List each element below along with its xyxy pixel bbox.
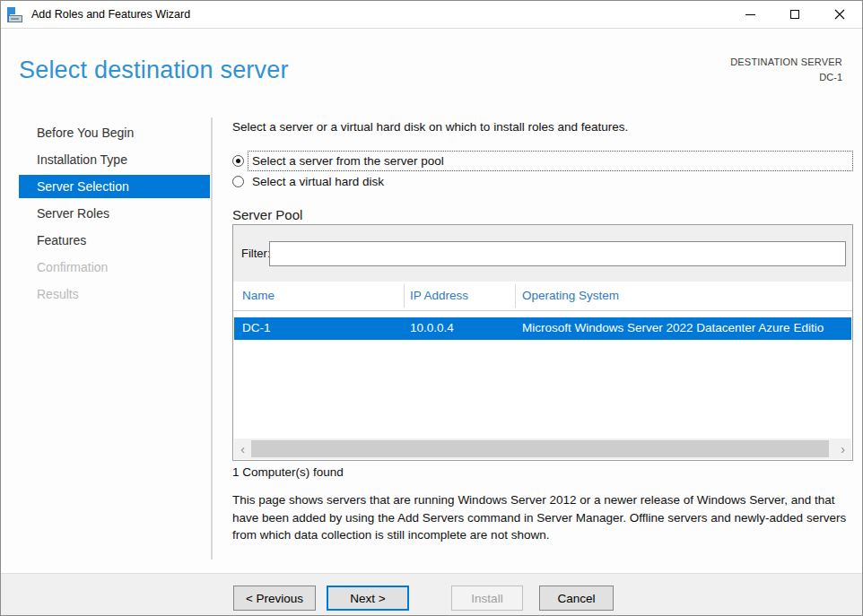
filter-label: Filter: bbox=[241, 247, 271, 260]
sidebar-divider bbox=[211, 117, 213, 560]
column-header-operating-system[interactable]: Operating System bbox=[522, 289, 619, 302]
window-title: Add Roles and Features Wizard bbox=[31, 8, 190, 21]
wizard-steps-sidebar: Before You Begin Installation Type Serve… bbox=[19, 119, 210, 308]
sidebar-item-server-roles[interactable]: Server Roles bbox=[19, 200, 210, 227]
column-header-ip-address[interactable]: IP Address bbox=[410, 289, 468, 302]
minimize-icon bbox=[745, 14, 755, 15]
minimize-button[interactable] bbox=[728, 1, 772, 28]
page-title: Select destination server bbox=[19, 56, 289, 84]
radio-selected-icon bbox=[232, 155, 244, 167]
next-button[interactable]: Next > bbox=[327, 586, 409, 611]
scroll-left-arrow-icon[interactable]: ‹ bbox=[234, 438, 251, 459]
server-pool-panel: Filter: Name IP Address Operating System… bbox=[232, 224, 853, 461]
destination-server-value: DC-1 bbox=[730, 70, 842, 85]
filter-strip: Filter: bbox=[233, 225, 852, 282]
close-button[interactable] bbox=[817, 1, 862, 28]
page-header: Select destination server DESTINATION SE… bbox=[1, 30, 862, 107]
instruction-text: Select a server or a virtual hard disk o… bbox=[232, 120, 628, 134]
scrollbar-thumb[interactable] bbox=[251, 440, 829, 457]
destination-server-label: DESTINATION SERVER bbox=[730, 55, 842, 70]
close-icon bbox=[834, 9, 845, 20]
radio-select-from-server-pool[interactable]: Select a server from the server pool bbox=[232, 151, 853, 171]
server-table-header: Name IP Address Operating System bbox=[233, 282, 852, 311]
destination-server-block: DESTINATION SERVER DC-1 bbox=[730, 55, 842, 85]
radio-server-pool-label: Select a server from the server pool bbox=[252, 154, 444, 168]
button-bar: < Previous Next > Install Cancel bbox=[1, 573, 862, 615]
radio-select-virtual-hard-disk[interactable]: Select a virtual hard disk bbox=[232, 175, 853, 188]
server-manager-icon bbox=[7, 7, 23, 22]
maximize-button[interactable] bbox=[772, 1, 817, 28]
previous-button[interactable]: < Previous bbox=[233, 586, 316, 611]
maximize-icon bbox=[790, 10, 799, 19]
sidebar-item-installation-type[interactable]: Installation Type bbox=[19, 146, 210, 173]
cancel-button[interactable]: Cancel bbox=[539, 586, 614, 611]
sidebar-item-results: Results bbox=[19, 281, 210, 308]
sidebar-item-features[interactable]: Features bbox=[19, 227, 210, 254]
install-button: Install bbox=[451, 586, 523, 611]
cell-operating-system: Microsoft Windows Server 2022 Datacenter… bbox=[522, 321, 851, 334]
radio-vhd-label: Select a virtual hard disk bbox=[252, 175, 384, 188]
radio-unselected-icon bbox=[232, 176, 244, 187]
title-bar: Add Roles and Features Wizard bbox=[1, 1, 862, 29]
server-pool-title: Server Pool bbox=[232, 207, 302, 222]
cell-ip-address: 10.0.0.4 bbox=[410, 321, 454, 334]
page-description: This page shows servers that are running… bbox=[232, 491, 851, 544]
scroll-right-arrow-icon[interactable]: › bbox=[834, 438, 851, 459]
column-separator bbox=[515, 284, 516, 308]
computers-found-count: 1 Computer(s) found bbox=[232, 465, 344, 479]
wizard-window: Add Roles and Features Wizard Select des… bbox=[0, 0, 863, 616]
sidebar-item-before-you-begin[interactable]: Before You Begin bbox=[19, 119, 210, 146]
cell-name: DC-1 bbox=[242, 321, 271, 334]
filter-input[interactable] bbox=[269, 241, 846, 266]
focus-rectangle: Select a server from the server pool bbox=[248, 151, 853, 171]
horizontal-scrollbar[interactable]: ‹ › bbox=[234, 438, 851, 459]
sidebar-item-server-selection[interactable]: Server Selection bbox=[19, 175, 210, 198]
sidebar-item-confirmation: Confirmation bbox=[19, 254, 210, 281]
table-row-dc1[interactable]: DC-1 10.0.0.4 Microsoft Windows Server 2… bbox=[234, 317, 851, 340]
column-header-name[interactable]: Name bbox=[242, 289, 275, 302]
column-separator bbox=[404, 284, 405, 308]
